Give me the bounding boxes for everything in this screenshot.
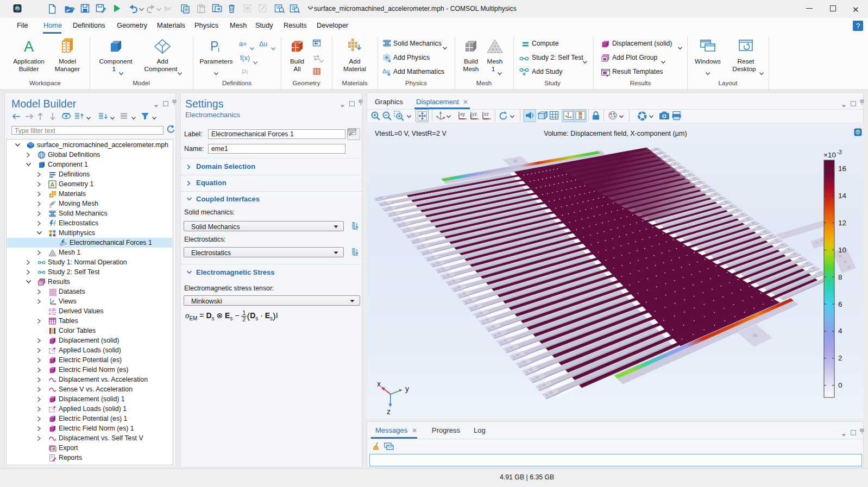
- svg-text:y: y: [405, 384, 409, 393]
- svg-text:x: x: [377, 380, 381, 388]
- svg-text:i: i: [218, 45, 219, 53]
- svg-text:10: 10: [838, 246, 846, 254]
- svg-text:z: z: [387, 407, 391, 416]
- svg-text:4: 4: [838, 327, 842, 335]
- svg-text:xz: xz: [484, 111, 489, 117]
- svg-text:6: 6: [838, 300, 842, 308]
- svg-text:8.85: 8.85: [49, 308, 56, 312]
- svg-text:8: 8: [838, 273, 842, 281]
- svg-text:A: A: [51, 181, 55, 187]
- svg-text:12: 12: [838, 219, 846, 227]
- svg-text:yz: yz: [472, 111, 477, 117]
- svg-text:-3: -3: [837, 149, 842, 155]
- svg-text:VtestL=0 V, VtestR=2 V: VtestL=0 V, VtestR=2 V: [375, 130, 446, 137]
- svg-text:2: 2: [838, 354, 842, 362]
- svg-text:e-12: e-12: [49, 312, 56, 315]
- svg-text:16: 16: [838, 165, 846, 173]
- svg-text:xy: xy: [460, 111, 466, 117]
- svg-text:14: 14: [838, 192, 847, 200]
- svg-text:✄: ✄: [164, 4, 172, 14]
- svg-text:Volume: Displacement field, X-: Volume: Displacement field, X-component …: [544, 130, 687, 137]
- svg-text:×10: ×10: [823, 151, 836, 159]
- svg-text:0: 0: [838, 381, 842, 389]
- svg-text:A: A: [24, 39, 34, 53]
